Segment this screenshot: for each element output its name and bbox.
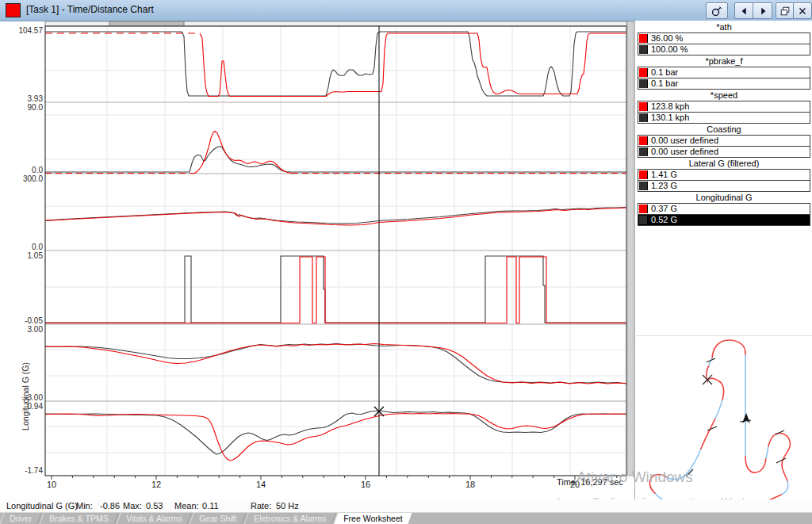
tab-label: Driver [10,513,32,524]
worksheet-tab-eletronics-alarms[interactable]: Eletronics & Alarms [243,513,335,524]
overlay-lap-button[interactable] [706,2,728,19]
y-axis-title: Longitudinal G (G) [21,362,30,430]
y-tick-label: -0.05 [25,316,43,325]
x-tick-label: 18 [465,480,475,489]
chart-h-scrollbar[interactable] [45,21,626,26]
status-max-value: 0.53 [146,501,163,511]
sector-marker [707,426,717,430]
tab-label: Brakes & TPMS [49,513,109,524]
channel-value: 1.23 G [651,181,677,191]
channel-value-row[interactable]: 1.23 G [638,180,810,192]
track-segment [709,358,712,365]
tab-label: Eletronics & Alarms [254,513,326,524]
x-tick-label: 10 [47,480,56,489]
x-axis: 101214161820 [47,476,617,489]
channel-value: 1.41 G [651,170,677,180]
y-tick-label: 1.05 [28,251,44,260]
channel-group-header: *speed [635,91,812,100]
track-segment [667,449,701,480]
next-lap-button[interactable] [753,2,772,19]
app-window: [Task 1] - Time/Distance Chart [0,0,812,524]
y-tick-label: 0.0 [32,166,43,174]
channel-value-row[interactable]: 1.41 G [638,169,810,181]
y-tick-label: -1.74 [25,466,43,475]
close-button[interactable] [793,2,812,19]
worksheet-tab-free-worksheet[interactable]: Free Worksheet [334,513,413,524]
channel-value-row[interactable]: 0.52 G [638,214,810,226]
channel-value-row[interactable]: 0.1 bar [638,67,810,78]
scrollbar-thumb[interactable] [109,21,184,26]
track-segment [745,457,766,472]
channel-value-row[interactable]: 0.1 bar [638,78,810,90]
track-segment [707,365,724,400]
restore-window-button[interactable] [776,2,795,19]
x-tick-label: 14 [256,480,266,489]
worksheet-tab-vitals-alarms[interactable]: Vitals & Alarms [116,513,192,524]
status-rate-label: Rate: [251,501,271,511]
channel-value: 0.52 G [651,215,677,225]
channel-color-swatch [639,205,648,213]
status-rate-value: 50 Hz [276,501,299,511]
time-distance-chart[interactable]: 101214161820 104.573.9390.00.0300.00.01.… [0,21,634,499]
cascade-windows-icon [779,6,791,17]
status-bar: Longitudinal G (G) Min: -0.86 Max: 0.53 … [0,499,812,512]
channel-group-header: Lateral G (filtered) [635,159,812,168]
left-arrow-icon [739,6,750,17]
channel-group-header: Longitudinal G [635,193,812,202]
channel-value: 0.00 user defined [651,147,718,157]
cursor-time-label: Time: 16,297 sec [557,477,623,487]
y-tick-label: 3.00 [28,325,44,334]
status-max-label: Max: [123,501,142,511]
channel-value: 0.1 bar [651,67,678,78]
worksheet-tab-bar: DriverBrakes & TPMSVitals & AlarmsGear S… [0,512,812,524]
channel-color-swatch [639,68,648,77]
track-segment [649,474,667,493]
track-segment [768,433,790,481]
worksheet-tab-brakes-tpms[interactable]: Brakes & TPMS [39,513,118,524]
channel-value: 123.8 kph [651,101,689,112]
channel-color-swatch [639,136,648,145]
channel-value: 0.00 user defined [651,136,718,146]
channel-value: 0.37 G [651,204,677,214]
track-segment [712,340,745,358]
tab-label: Vitals & Alarms [126,513,182,524]
channel-value-row[interactable]: 100.00 % [638,44,810,55]
status-mean-label: Mean: [174,501,199,511]
channel-value-row[interactable]: 123.8 kph [638,101,810,113]
y-tick-label: 0.0 [32,243,43,251]
track-segment [781,481,788,495]
y-tick-label: 3.93 [28,94,44,103]
channel-value-row[interactable]: 0.00 user defined [638,146,810,158]
tab-label: Gear Shift [199,513,236,524]
channel-color-swatch [639,102,648,111]
right-arrow-icon [757,6,768,17]
channel-value: 130.1 kph [651,113,689,123]
stopwatch-icon [710,5,723,17]
channel-group-header: Coasting [635,125,812,134]
channel-color-swatch [639,216,648,224]
window-icon [6,3,21,17]
channel-value-row[interactable]: 0.37 G [638,203,810,215]
y-tick-label: 300.0 [23,174,43,183]
channel-group-header: *ath [635,23,812,32]
channel-value-row[interactable]: 130.1 kph [638,112,810,124]
channel-color-swatch [639,34,648,43]
channel-group-header: *pbrake_f [635,57,812,66]
tab-label: Free Worksheet [343,513,403,524]
channel-color-swatch [639,147,648,156]
track-segment [701,419,715,449]
y-tick-label: 104.57 [18,26,43,35]
channel-color-swatch [639,79,648,88]
window-title: [Task 1] - Time/Distance Chart [26,4,154,15]
x-tick-label: 16 [361,480,370,489]
channel-value-row[interactable]: 0.00 user defined [638,135,810,147]
track-map[interactable] [630,317,812,511]
status-mean-value: 0.11 [202,501,219,511]
status-min-label: Min: [76,501,93,511]
track-segment [766,446,768,458]
worksheet-tab-gear-shift[interactable]: Gear Shift [189,513,247,524]
y-tick-label: 90.0 [28,103,44,112]
worksheet-tab-driver[interactable]: Driver [0,513,42,524]
channel-value-row[interactable]: 36.00 % [638,33,810,44]
prev-lap-button[interactable] [734,2,754,19]
